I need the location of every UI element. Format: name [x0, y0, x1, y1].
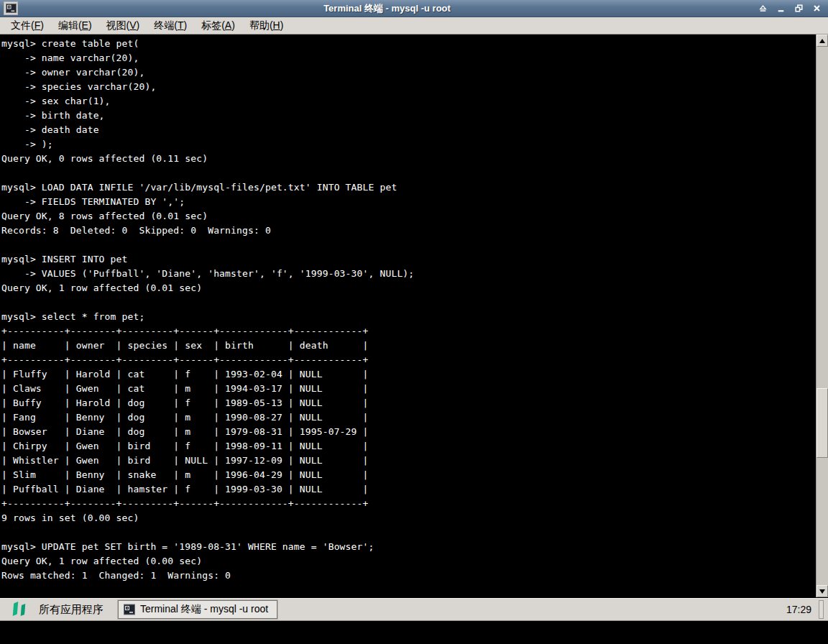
window-controls	[758, 4, 822, 14]
menu-file[interactable]: 文件(F)	[4, 18, 50, 34]
taskbar-window-button-label: Terminal 终端 - mysql -u root	[140, 603, 268, 616]
terminal-icon	[6, 3, 17, 14]
menu-edit[interactable]: 编辑(E)	[52, 18, 98, 34]
maximize-icon	[794, 4, 804, 13]
menu-help[interactable]: 帮助(H)	[243, 18, 290, 34]
desktop-background	[0, 622, 828, 644]
scroll-down-button[interactable]	[816, 585, 828, 597]
scrollbar[interactable]	[816, 34, 828, 597]
arrow-up-icon	[819, 39, 825, 43]
scroll-up-button[interactable]	[816, 34, 828, 47]
taskbar-window-button[interactable]: Terminal 终端 - mysql -u root	[118, 600, 277, 619]
menu-bar: 文件(F) 编辑(E) 视图(V) 终端(T) 标签(A) 帮助(H)	[0, 17, 828, 34]
clock: 17:29	[786, 604, 811, 615]
minimize-icon	[776, 4, 786, 13]
applications-menu-logo-icon[interactable]	[10, 601, 27, 618]
titlebar[interactable]: Terminal 终端 - mysql -u root	[0, 0, 828, 17]
taskbar: 所有应用程序 Terminal 终端 - mysql -u root 17:29	[0, 598, 828, 621]
terminal-content-area: mysql> create table pet( -> name varchar…	[0, 34, 828, 597]
all-applications-button[interactable]: 所有应用程序	[34, 600, 108, 620]
maximize-button[interactable]	[794, 4, 804, 14]
minimize-button[interactable]	[776, 4, 786, 14]
terminal-icon	[124, 604, 135, 615]
close-icon	[812, 4, 822, 13]
menu-view[interactable]: 视图(V)	[100, 18, 147, 34]
menu-terminal[interactable]: 终端(T)	[147, 18, 193, 34]
close-button[interactable]	[811, 4, 822, 14]
shade-icon	[758, 4, 768, 13]
window-menu-button[interactable]	[4, 1, 18, 15]
scrollbar-thumb[interactable]	[816, 388, 828, 458]
arrow-down-icon	[819, 589, 825, 594]
menu-tabs[interactable]: 标签(A)	[195, 18, 242, 34]
window-title: Terminal 终端 - mysql -u root	[22, 2, 752, 15]
terminal-output[interactable]: mysql> create table pet( -> name varchar…	[0, 34, 816, 597]
terminal-window: Terminal 终端 - mysql -u root	[0, 0, 828, 598]
shade-button[interactable]	[758, 4, 768, 14]
panel-handle[interactable]	[819, 600, 824, 619]
desktop: Terminal 终端 - mysql -u root	[0, 0, 828, 644]
